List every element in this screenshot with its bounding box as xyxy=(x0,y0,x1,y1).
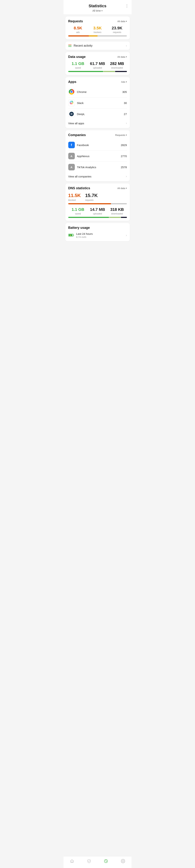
app-item-slack[interactable]: Slack 30 xyxy=(68,97,127,108)
nav-item-home[interactable] xyxy=(67,858,77,865)
page-title: Statistics xyxy=(66,4,129,8)
shield-icon xyxy=(87,859,91,864)
chevron-down-icon: ▾ xyxy=(102,10,103,12)
dns-blocked-bar-segment xyxy=(68,203,111,204)
downloaded-bar-segment xyxy=(115,71,127,72)
saved-stat: 1.1 GB saved xyxy=(68,61,88,69)
ads-bar-segment xyxy=(68,35,89,36)
battery-info: Last 24 hours 8.74 mAh xyxy=(76,232,126,239)
app-item-chrome[interactable]: Chrome 305 xyxy=(68,86,127,97)
dns-uploaded-stat: 14.7 MB uploaded xyxy=(88,207,107,215)
menu-button[interactable]: ⋮ xyxy=(125,4,129,8)
dns-uploaded-bar-segment xyxy=(109,217,121,218)
slack-icon xyxy=(68,100,75,106)
dns-uploaded-value: 14.7 MB xyxy=(88,207,107,212)
ads-value: 8.5K xyxy=(68,26,88,30)
settings-icon xyxy=(121,859,125,864)
tiktok-count: 2578 xyxy=(121,166,127,169)
battery-row[interactable]: ⚡ Last 24 hours 8.74 mAh › xyxy=(68,232,127,239)
appnexus-icon: A xyxy=(68,153,75,159)
battery-row-value: 8.74 mAh xyxy=(76,236,126,239)
data-usage-card: Data usage All data ▾ 1.1 GB saved 61.7 … xyxy=(65,52,130,75)
chart-icon xyxy=(104,859,108,864)
nav-item-settings[interactable] xyxy=(118,858,128,865)
saved-bar-segment xyxy=(68,71,103,72)
trackers-value: 3.5K xyxy=(88,26,107,30)
companies-header: Companies Requests ▾ xyxy=(68,133,127,137)
dns-downloaded-value: 318 KB xyxy=(107,207,127,212)
slack-app-name: Slack xyxy=(77,101,124,104)
requests-filter[interactable]: All data ▾ xyxy=(117,20,127,23)
view-all-apps-row[interactable]: View all apps › xyxy=(68,119,127,125)
dns-blocked-label: blocked xyxy=(68,199,76,202)
facebook-icon: f xyxy=(68,142,75,148)
slack-app-count: 30 xyxy=(124,101,127,104)
trackers-label: trackers xyxy=(94,31,102,34)
requests-title: Requests xyxy=(68,20,83,23)
header: ⋮ Statistics All time ▾ xyxy=(63,0,132,14)
saved-label: saved xyxy=(75,67,81,69)
data-usage-title: Data usage xyxy=(68,55,86,59)
svg-point-8 xyxy=(106,861,106,862)
nav-item-protection[interactable] xyxy=(84,858,94,865)
dns-blocked-value: 11.5K xyxy=(68,193,81,198)
companies-filter[interactable]: Requests ▾ xyxy=(115,134,127,136)
ads-label: ads xyxy=(76,31,80,34)
chrome-icon xyxy=(68,89,75,95)
arrow-right-icon: › xyxy=(126,234,127,237)
dns-statistics-filter[interactable]: All data ▾ xyxy=(117,187,127,190)
dns-requests-stat: 15.7K requests xyxy=(85,193,98,202)
dns-statistics-title: DNS statistics xyxy=(68,186,90,190)
dns-downloaded-stat: 318 KB downloaded xyxy=(107,207,127,215)
requests-card: Requests All data ▾ 8.5K ads 3.5K tracke… xyxy=(65,17,130,39)
companies-title: Companies xyxy=(68,133,86,137)
appnexus-count: 2770 xyxy=(121,155,127,158)
data-usage-header: Data usage All data ▾ xyxy=(68,55,127,59)
trackers-stat: 3.5K trackers xyxy=(88,26,107,34)
data-usage-progress-bar xyxy=(68,71,127,72)
facebook-name: Facebook xyxy=(77,144,121,147)
chevron-down-icon: ▾ xyxy=(126,56,127,58)
trackers-bar-segment xyxy=(89,35,98,36)
company-item-tiktok[interactable]: A TikTok Analytics 2578 xyxy=(68,162,127,173)
data-usage-filter[interactable]: All data ▾ xyxy=(117,56,127,58)
app-item-deepl[interactable]: DeepL 27 xyxy=(68,108,127,119)
bottom-nav xyxy=(63,856,132,868)
view-all-companies-row[interactable]: View all companies › xyxy=(68,173,127,178)
tiktok-name: TikTok Analytics xyxy=(77,166,121,169)
dns-data-progress-bar xyxy=(68,217,127,218)
downloaded-stat: 282 MB downloaded xyxy=(107,61,127,69)
recent-activity-row[interactable]: Recent activity › xyxy=(65,41,130,50)
hamburger-line-3 xyxy=(68,46,72,47)
apps-card: Apps Ads ▾ Chrome 305 xyxy=(65,77,130,128)
battery-usage-header: Battery usage xyxy=(68,226,127,230)
battery-row-title: Last 24 hours xyxy=(76,232,126,235)
dns-saved-stat: 1.1 GB saved xyxy=(68,207,88,215)
requests-stats-row: 8.5K ads 3.5K trackers 23.9K requests xyxy=(68,26,127,34)
dns-downloaded-label: downloaded xyxy=(111,213,123,215)
apps-filter[interactable]: Ads ▾ xyxy=(121,81,127,83)
arrow-right-icon: › xyxy=(126,122,127,125)
svg-text:⚡: ⚡ xyxy=(69,235,72,236)
company-item-facebook[interactable]: f Facebook 2829 xyxy=(68,140,127,151)
battery-usage-card: Battery usage ⚡ Last 24 hours 8.74 mAh › xyxy=(65,223,130,241)
recent-activity-label: Recent activity xyxy=(74,44,126,48)
dns-saved-bar-segment xyxy=(68,217,109,218)
chevron-down-icon: ▾ xyxy=(126,187,127,189)
deepl-icon xyxy=(68,111,75,117)
uploaded-value: 61.7 MB xyxy=(88,61,107,66)
activity-icon xyxy=(68,44,72,47)
battery-usage-title: Battery usage xyxy=(68,226,90,230)
company-item-appnexus[interactable]: A AppNexus 2770 xyxy=(68,151,127,162)
time-filter[interactable]: All time ▾ xyxy=(92,9,103,12)
total-requests-value: 23.9K xyxy=(107,26,127,30)
dns-saved-value: 1.1 GB xyxy=(68,207,88,212)
appnexus-name: AppNexus xyxy=(77,155,121,158)
dns-requests-label: requests xyxy=(85,199,93,202)
nav-item-statistics[interactable] xyxy=(101,858,111,865)
dns-requests-value: 15.7K xyxy=(85,193,98,198)
deepl-app-count: 27 xyxy=(124,113,127,116)
dns-blocked-stat: 11.5K blocked xyxy=(68,193,81,202)
chrome-app-name: Chrome xyxy=(77,90,122,93)
dns-downloaded-bar-segment xyxy=(121,217,127,218)
